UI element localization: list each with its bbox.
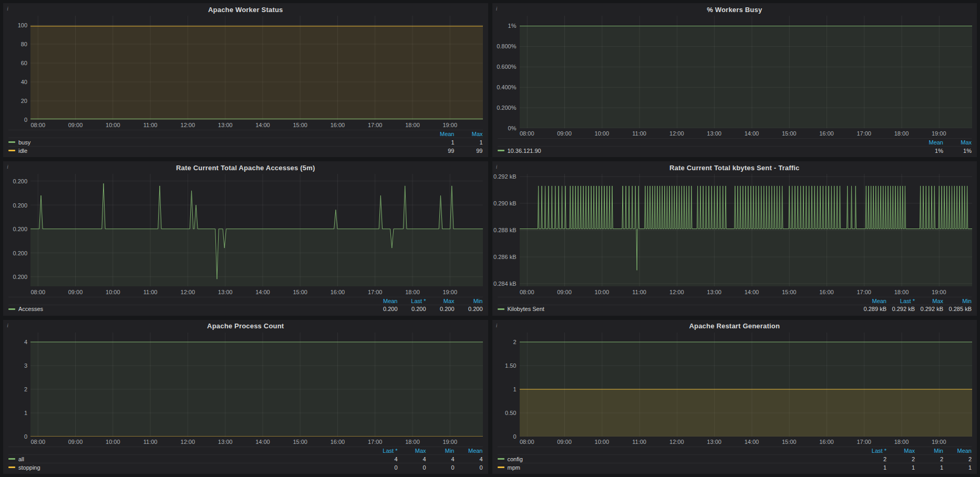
panel-apache-worker-status: i Apache Worker Status 020406080100 08:0… [3, 3, 488, 157]
legend-series-toggle[interactable]: 10.36.121.90 [498, 148, 915, 154]
legend-stat-header[interactable]: Mean [943, 448, 972, 454]
panel-title[interactable]: Apache Process Count [207, 322, 284, 330]
legend-stat-header[interactable]: Mean [426, 131, 455, 137]
x-axis-tick: 19:00 [932, 439, 946, 445]
x-axis-tick: 11:00 [632, 289, 646, 295]
legend-stat-value: 0.200 [398, 306, 426, 312]
chart-canvas[interactable] [520, 333, 972, 437]
legend-stat-header[interactable]: Min [455, 298, 483, 304]
info-icon[interactable]: i [496, 322, 498, 328]
legend-stat-header[interactable]: Max [943, 139, 972, 146]
info-icon[interactable]: i [7, 163, 8, 170]
y-axis-tick: 1% [508, 22, 517, 29]
legend-stat-header[interactable]: Last * [398, 298, 426, 304]
info-icon[interactable]: i [496, 163, 498, 170]
legend-stat-header[interactable]: Last * [858, 448, 886, 454]
y-axis-tick: 1.50 [505, 362, 516, 369]
series-color-icon [498, 150, 504, 151]
chart-svg [520, 16, 972, 128]
chart-canvas[interactable] [30, 174, 483, 286]
legend-header-row: MeanMax [8, 130, 483, 138]
series-fill [520, 389, 972, 437]
legend-series-toggle[interactable]: config [498, 456, 859, 462]
legend-stat-header[interactable]: Max [398, 448, 426, 454]
legend-series-toggle[interactable]: all [8, 456, 369, 462]
info-icon[interactable]: i [496, 5, 498, 12]
legend-stat-header[interactable]: Mean [915, 139, 943, 146]
legend-series-toggle[interactable]: stopping [8, 464, 369, 471]
plot-region: 00.5011.502 [492, 333, 977, 437]
legend: MeanMax10.36.121.901%1% [492, 138, 977, 157]
x-axis-tick: 19:00 [443, 439, 458, 445]
panel-title[interactable]: Apache Worker Status [208, 6, 283, 14]
panel-title[interactable]: Apache Restart Generation [689, 322, 780, 330]
x-axis-tick: 15:00 [293, 439, 307, 445]
legend-stat-header[interactable]: Min [943, 298, 972, 304]
y-axis-tick: 3 [24, 362, 27, 369]
legend-stat-header[interactable]: Mean [455, 448, 483, 454]
legend-stat-header[interactable]: Min [915, 448, 943, 454]
chart-canvas[interactable] [520, 174, 972, 286]
legend-stat-header[interactable]: Mean [858, 298, 886, 304]
x-axis-labels: 08:0009:0010:0011:0012:0013:0014:0015:00… [520, 287, 972, 297]
legend-series-label: all [18, 456, 24, 462]
legend-stat-header[interactable]: Max [426, 298, 455, 304]
legend-stat-header[interactable]: Last * [369, 448, 398, 454]
x-axis-tick: 12:00 [669, 439, 684, 445]
legend-series-toggle[interactable]: idle [8, 148, 426, 154]
chart-svg [520, 174, 972, 286]
legend-stat-value: 2 [915, 456, 943, 462]
legend-header-row: MeanLast *MaxMin [8, 297, 483, 305]
x-axis-tick: 17:00 [368, 289, 383, 295]
x-axis-tick: 11:00 [143, 122, 158, 128]
info-icon[interactable]: i [7, 322, 8, 328]
legend-series-toggle[interactable]: mpm [498, 464, 859, 471]
x-axis-tick: 11:00 [143, 289, 158, 295]
legend: Last *MaxMinMeanconfig2222mpm1111 [492, 447, 977, 474]
panel-header: i Apache Worker Status [3, 3, 488, 16]
x-axis-tick: 12:00 [669, 130, 684, 137]
y-axis-labels: 0.2000.2000.2000.2000.200 [3, 174, 30, 286]
x-axis-tick: 14:00 [255, 122, 270, 128]
legend-stat-header[interactable]: Max [455, 131, 483, 137]
legend-series-toggle[interactable]: busy [8, 139, 426, 146]
legend-stat-header[interactable]: Min [426, 448, 455, 454]
panel-header: i Rate Current Total Apache Accesses (5m… [3, 161, 488, 174]
series-color-icon [8, 458, 15, 460]
x-axis-labels: 08:0009:0010:0011:0012:0013:0014:0015:00… [30, 287, 483, 297]
legend-series-toggle[interactable]: Accesses [8, 306, 369, 312]
x-axis-tick: 16:00 [331, 289, 345, 295]
legend-stat-header[interactable]: Max [886, 448, 915, 454]
x-axis-tick: 09:00 [557, 439, 572, 445]
legend-stat-header[interactable]: Max [915, 298, 943, 304]
x-axis-tick: 12:00 [181, 289, 195, 295]
chart-canvas[interactable] [30, 333, 483, 437]
x-axis-tick: 08:00 [30, 122, 45, 128]
legend-stat-value: 4 [369, 456, 398, 462]
info-icon[interactable]: i [7, 5, 8, 12]
panel-title[interactable]: Rate Current Total Apache Accesses (5m) [176, 164, 315, 172]
legend-stat-value: 0.292 kB [886, 306, 915, 312]
chart-canvas[interactable] [520, 16, 972, 128]
panel-title[interactable]: % Workers Busy [707, 6, 762, 14]
panel-title[interactable]: Rate Current Total kbytes Sent - Traffic [669, 164, 800, 172]
x-axis-tick: 15:00 [293, 122, 307, 128]
x-axis-tick: 16:00 [331, 122, 345, 128]
y-axis-tick: 0.200 [13, 273, 27, 281]
chart-canvas[interactable] [30, 16, 483, 120]
x-axis-tick: 19:00 [443, 122, 458, 128]
legend-stat-header[interactable]: Last * [886, 298, 915, 304]
y-axis-labels: 00.5011.502 [492, 333, 520, 437]
y-axis-labels: 0.284 kB0.286 kB0.288 kB0.290 kB0.292 kB [492, 174, 520, 286]
x-axis-tick: 19:00 [443, 289, 458, 295]
legend-series-toggle[interactable]: Kilobytes Sent [498, 306, 859, 312]
x-axis-tick: 18:00 [894, 130, 909, 137]
legend-stat-value: 1 [915, 464, 943, 471]
legend-stat-header[interactable]: Mean [369, 298, 398, 304]
panel-header: i Apache Restart Generation [492, 320, 977, 333]
panel-header: i % Workers Busy [492, 3, 977, 16]
x-axis-tick: 16:00 [819, 130, 834, 137]
x-axis-tick: 17:00 [857, 439, 871, 445]
series-color-icon [8, 308, 15, 310]
legend-stat-value: 1% [943, 148, 972, 154]
